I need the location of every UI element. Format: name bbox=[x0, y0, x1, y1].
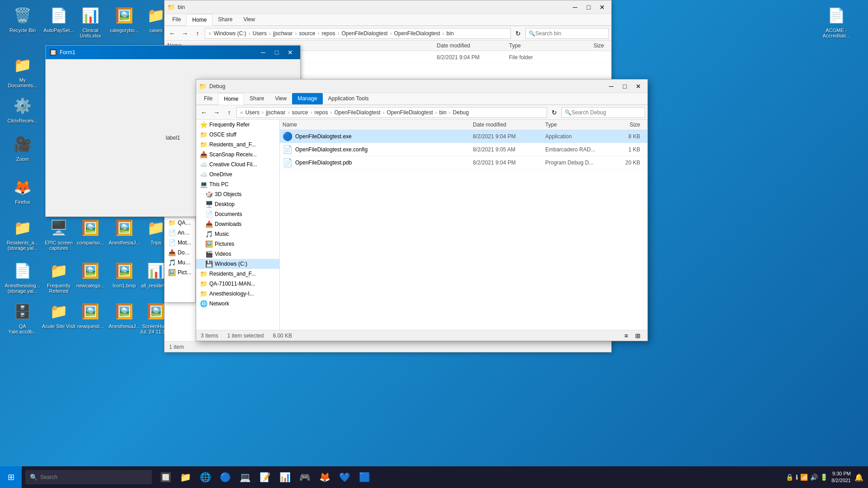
taskbar-notification-icon[interactable]: 🔔 bbox=[854, 473, 863, 482]
qaccess-item-mus[interactable]: 🎵Mus... bbox=[165, 258, 195, 267]
bin-address-path[interactable]: « Windows (C:) › Users › jjschwar › sour… bbox=[205, 28, 511, 39]
debug-view-tiles-button[interactable]: ⊞ bbox=[633, 332, 643, 340]
desktop-icon-icon1bmp[interactable]: 🖼️ Icon1.bmp bbox=[106, 260, 142, 288]
desktop-icon-autopay[interactable]: 📄 AutoPaySet... bbox=[41, 5, 77, 33]
debug-close-button[interactable]: ✕ bbox=[632, 81, 645, 91]
form1-minimize-button[interactable]: ─ bbox=[257, 47, 269, 57]
debug-col-type[interactable]: Type bbox=[545, 122, 609, 128]
sidebar-item-frequently-refer[interactable]: ⭐ Frequently Refer bbox=[196, 120, 279, 130]
bin-tab-home[interactable]: Home bbox=[186, 14, 212, 26]
desktop-icon-acgme[interactable]: 📄 ACGME - Accreditati... bbox=[818, 5, 854, 38]
debug-address-path[interactable]: « Users › jjschwar › source › repos › Op… bbox=[236, 107, 547, 118]
debug-refresh-button[interactable]: ↻ bbox=[549, 107, 560, 118]
desktop-icon-epic[interactable]: 🖥️ EPIC screen captures bbox=[41, 217, 77, 251]
bin-col-size[interactable]: Size bbox=[572, 42, 609, 49]
sidebar-item-network[interactable]: 🌐 Network bbox=[196, 299, 279, 309]
debug-tab-home[interactable]: Home bbox=[218, 93, 244, 105]
bin-up-button[interactable]: ↑ bbox=[192, 28, 203, 39]
debug-file-row-3[interactable]: 📄 OpenFileDialogtest.pdb 8/2/2021 9:04 P… bbox=[280, 156, 647, 169]
taskbar-wifi-icon[interactable]: 📶 bbox=[800, 474, 808, 481]
qaccess-item-ane[interactable]: 📄Ane... bbox=[165, 228, 195, 238]
taskbar-app-taskview[interactable]: 🔲 bbox=[156, 467, 175, 487]
sidebar-item-residents-f[interactable]: 📁 Residents_and_F... bbox=[196, 140, 279, 150]
desktop-icon-anesthesiaj2[interactable]: 🖼️ AnesthesiaJ... bbox=[106, 300, 142, 329]
sidebar-item-pictures[interactable]: 🖼️ Pictures bbox=[196, 239, 279, 249]
debug-tab-apptools[interactable]: Application Tools bbox=[323, 93, 374, 104]
taskbar-app-firefox[interactable]: 🦊 bbox=[315, 467, 335, 487]
form1-close-button[interactable]: ✕ bbox=[284, 47, 297, 57]
sidebar-item-qa-man[interactable]: 📁 QA-710011-MAN... bbox=[196, 279, 279, 289]
bin-col-date[interactable]: Date modified bbox=[437, 42, 509, 49]
sidebar-item-scansnap[interactable]: 📥 ScanSnap Receiv... bbox=[196, 150, 279, 160]
sidebar-item-this-pc[interactable]: 💻 This PC bbox=[196, 179, 279, 189]
debug-tab-manage[interactable]: Manage bbox=[292, 93, 322, 104]
debug-back-button[interactable]: ← bbox=[198, 107, 209, 118]
sidebar-item-videos[interactable]: 🎬 Videos bbox=[196, 249, 279, 259]
taskbar-app-vs[interactable]: 💙 bbox=[335, 467, 354, 487]
form1-maximize-button[interactable]: □ bbox=[270, 47, 283, 57]
taskbar-app-app1[interactable]: 💻 bbox=[235, 467, 255, 487]
desktop-icon-zoom[interactable]: 🎥 Zoom bbox=[5, 133, 41, 162]
debug-up-button[interactable]: ↑ bbox=[224, 107, 235, 118]
debug-search-input[interactable] bbox=[571, 109, 642, 116]
bin-search-box[interactable]: 🔍 bbox=[525, 28, 609, 39]
taskbar-network-icon[interactable]: 🔒 bbox=[786, 474, 793, 481]
taskbar-app-excel[interactable]: 📊 bbox=[275, 467, 295, 487]
desktop-icon-newquesti[interactable]: 🖼️ newquesti... bbox=[72, 300, 108, 329]
qaccess-item-dow[interactable]: 📥Dow... bbox=[165, 248, 195, 258]
start-button[interactable]: ⊞ bbox=[0, 466, 22, 488]
sidebar-item-creative-cloud[interactable]: ☁️ Creative Cloud Fil... bbox=[196, 160, 279, 169]
sidebar-item-anesthesiology[interactable]: 📁 Anesthesiology-I... bbox=[196, 289, 279, 299]
taskbar-volume-icon[interactable]: 🔊 bbox=[810, 474, 818, 481]
taskbar-search-box[interactable]: 🔍 Search bbox=[25, 470, 152, 484]
bin-tab-view[interactable]: View bbox=[238, 14, 260, 25]
bin-forward-button[interactable]: → bbox=[179, 28, 190, 39]
bin-close-button[interactable]: ✕ bbox=[596, 2, 609, 12]
desktop-icon-compariso[interactable]: 🖼️ compariso... bbox=[72, 217, 108, 245]
bin-tab-file[interactable]: File bbox=[167, 14, 186, 25]
desktop-icon-firefox[interactable]: 🦊 Firefox bbox=[5, 176, 41, 205]
taskbar-app-app3[interactable]: 🟦 bbox=[354, 467, 374, 487]
taskbar-clock[interactable]: 9:30 PM 8/2/2021 bbox=[831, 470, 851, 484]
desktop-icon-anesthesiaj[interactable]: 🖼️ AnesthesiaJ... bbox=[106, 217, 142, 245]
bin-col-type[interactable]: Type bbox=[509, 42, 572, 49]
desktop-icon-citrix[interactable]: ⚙️ CitrixReceiv... bbox=[5, 95, 41, 123]
debug-col-size[interactable]: Size bbox=[609, 122, 645, 128]
sidebar-item-windows-c[interactable]: 💾 Windows (C:) bbox=[196, 259, 279, 269]
debug-view-details-button[interactable]: ≡ bbox=[621, 332, 631, 340]
taskbar-app-chrome[interactable]: 🌐 bbox=[195, 467, 215, 487]
taskbar-battery-icon[interactable]: 🔋 bbox=[820, 474, 828, 481]
bin-back-button[interactable]: ← bbox=[167, 28, 178, 39]
sidebar-item-3dobjects[interactable]: 🎲 3D Objects bbox=[196, 189, 279, 199]
bin-minimize-button[interactable]: ─ bbox=[569, 2, 581, 12]
sidebar-item-downloads[interactable]: 📥 Downloads bbox=[196, 219, 279, 229]
qaccess-item-qa[interactable]: 📁QA-... bbox=[165, 218, 195, 228]
debug-col-date[interactable]: Date modified bbox=[473, 122, 545, 128]
desktop-icon-category[interactable]: 🖼️ categorybo... bbox=[106, 5, 142, 33]
debug-maximize-button[interactable]: □ bbox=[618, 81, 631, 91]
qaccess-item-mot[interactable]: 📄Mot... bbox=[165, 238, 195, 248]
desktop-icon-mydocs[interactable]: 📁 My Documents... bbox=[5, 54, 41, 88]
desktop-icon-qa[interactable]: 🗄️ QA Yale.accdb... bbox=[5, 300, 41, 334]
debug-tab-view[interactable]: View bbox=[269, 93, 292, 104]
qaccess-item-pic[interactable]: 🖼️Pict... bbox=[165, 267, 195, 277]
debug-minimize-button[interactable]: ─ bbox=[605, 81, 618, 91]
debug-tab-file[interactable]: File bbox=[198, 93, 218, 104]
bin-tab-share[interactable]: Share bbox=[212, 14, 238, 25]
sidebar-item-documents[interactable]: 📄 Documents bbox=[196, 209, 279, 219]
desktop-icon-frequently-referred[interactable]: 📁 Frequently Referred bbox=[41, 260, 77, 294]
debug-forward-button[interactable]: → bbox=[211, 107, 222, 118]
bin-maximize-button[interactable]: □ bbox=[582, 2, 595, 12]
taskbar-app-app2[interactable]: 🎮 bbox=[295, 467, 315, 487]
debug-file-row-2[interactable]: 📄 OpenFileDialogtest.exe.config 8/2/2021… bbox=[280, 143, 647, 156]
bin-search-input[interactable] bbox=[535, 30, 606, 37]
sidebar-item-desktop[interactable]: 🖥️ Desktop bbox=[196, 199, 279, 209]
taskbar-info-icon[interactable]: ℹ bbox=[796, 474, 798, 481]
desktop-icon-newcatego[interactable]: 🖼️ newcatego... bbox=[72, 260, 108, 288]
desktop-icon-acutesite[interactable]: 📁 Acute Site Visit bbox=[41, 300, 77, 329]
sidebar-item-residents-f2[interactable]: 📁 Residents_and_F... bbox=[196, 269, 279, 279]
sidebar-item-music[interactable]: 🎵 Music bbox=[196, 229, 279, 239]
sidebar-item-osce[interactable]: 📁 OSCE stuff bbox=[196, 130, 279, 140]
taskbar-app-edge[interactable]: 🔵 bbox=[215, 467, 235, 487]
desktop-icon-recycle-bin[interactable]: 🗑️ Recycle Bin bbox=[5, 5, 41, 33]
